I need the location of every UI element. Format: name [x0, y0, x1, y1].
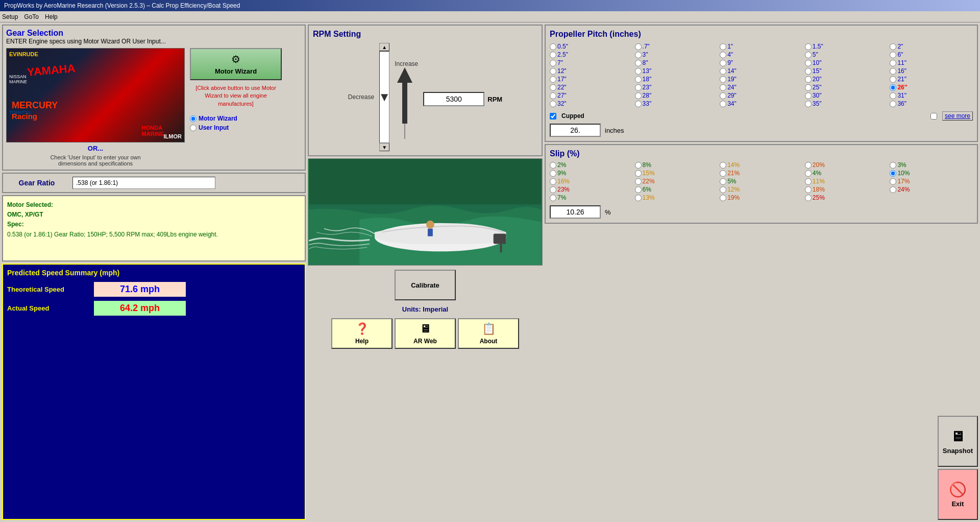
slip-radio-14[interactable] [720, 162, 726, 169]
slip-radio-12[interactable] [720, 186, 726, 193]
pitch-radio-14[interactable] [720, 68, 726, 75]
pitch-radio-20[interactable] [805, 76, 812, 83]
pitch-radio-23[interactable] [635, 84, 642, 91]
ar-web-button[interactable]: 🖥 AR Web [395, 318, 456, 349]
menu-goto[interactable]: GoTo [24, 13, 39, 20]
pitch-item-12: 12" [550, 67, 633, 75]
slip-radio-6[interactable] [635, 186, 642, 193]
pitch-radio-3[interactable] [635, 52, 642, 58]
pitch-radio-16[interactable] [890, 68, 896, 75]
calibrate-button[interactable]: Calibrate [395, 270, 456, 300]
pitch-radio-33[interactable] [635, 101, 642, 107]
pitch-radio-10[interactable] [805, 60, 812, 66]
slip-radio-4[interactable] [805, 170, 812, 177]
pitch-radio-34[interactable] [720, 101, 726, 107]
pitch-radio-5[interactable] [805, 52, 812, 58]
radio-user-input[interactable] [190, 125, 197, 131]
pitch-radio-1.5[interactable] [805, 43, 812, 50]
rpm-down-button[interactable]: ▼ [379, 143, 389, 151]
slip-radio-20[interactable] [805, 162, 812, 169]
pitch-radio-21[interactable] [890, 76, 896, 83]
pitch-radio-26[interactable] [890, 84, 896, 91]
pitch-radio-4[interactable] [720, 52, 726, 58]
pitch-radio-2.5[interactable] [550, 52, 556, 58]
slip-radio-17[interactable] [890, 178, 896, 185]
slip-radio-22[interactable] [635, 178, 642, 185]
menu-help[interactable]: Help [45, 13, 58, 20]
pitch-radio-25[interactable] [805, 84, 812, 91]
slip-radio-23[interactable] [550, 186, 556, 193]
pitch-label-26-selected[interactable]: 26" [897, 84, 907, 91]
slip-radio-13[interactable] [635, 195, 642, 201]
slip-radio-18[interactable] [805, 186, 812, 193]
slip-radio-15[interactable] [635, 170, 642, 177]
slip-radio-19[interactable] [720, 195, 726, 201]
slip-radio-3[interactable] [890, 162, 896, 169]
pitch-radio-15[interactable] [805, 68, 812, 75]
pitch-value-input[interactable] [550, 124, 601, 137]
help-button[interactable]: ❓ Help [331, 318, 393, 349]
pitch-radio-0.5[interactable] [550, 43, 556, 50]
rpm-input-row: RPM [423, 92, 502, 106]
slip-radio-16[interactable] [550, 178, 556, 185]
see-more-button[interactable]: see more [942, 111, 973, 121]
pitch-radio-8[interactable] [635, 60, 642, 66]
pitch-radio-35[interactable] [805, 101, 812, 107]
cupped-checkbox[interactable] [550, 113, 556, 120]
pitch-label-0.5[interactable]: 0.5" [557, 43, 568, 50]
rpm-up-button[interactable]: ▲ [379, 43, 389, 51]
pitch-radio-32[interactable] [550, 101, 556, 107]
slip-radio-25[interactable] [805, 195, 812, 201]
slip-value-input[interactable] [550, 205, 601, 219]
pitch-radio-7[interactable] [550, 60, 556, 66]
pitch-label-2[interactable]: 2" [897, 43, 903, 50]
pitch-radio-11[interactable] [890, 60, 896, 66]
slip-radio-24[interactable] [890, 186, 896, 193]
radio-motor-wizard[interactable] [190, 115, 197, 122]
slip-radio-21[interactable] [720, 170, 726, 177]
gear-ratio-input[interactable] [72, 177, 215, 189]
slip-radio-7[interactable] [550, 195, 556, 201]
svg-point-5 [426, 221, 434, 229]
about-button[interactable]: 📋 About [458, 318, 519, 349]
see-more-checkbox[interactable] [930, 113, 937, 120]
rpm-slider-track[interactable]: ▼ [379, 51, 389, 143]
slip-radio-10[interactable] [890, 170, 896, 177]
rpm-input[interactable] [423, 92, 484, 106]
pitch-label-0.7[interactable]: .7" [643, 43, 650, 50]
pitch-radio-30[interactable] [805, 92, 812, 99]
pitch-radio-19[interactable] [720, 76, 726, 83]
pitch-radio-1[interactable] [720, 43, 726, 50]
slip-radio-2[interactable] [550, 162, 556, 169]
pitch-radio-9[interactable] [720, 60, 726, 66]
pitch-radio-36[interactable] [890, 101, 896, 107]
pitch-label-1.5[interactable]: 1.5" [813, 43, 823, 50]
menu-setup[interactable]: Setup [2, 13, 18, 20]
motor-wizard-button[interactable]: ⚙ Motor Wizard [190, 48, 282, 80]
pitch-radio-28[interactable] [635, 92, 642, 99]
pitch-radio-0.7[interactable] [635, 43, 642, 50]
snapshot-button[interactable]: 🖥 Snapshot [938, 416, 978, 467]
radio-motor-wizard-label[interactable]: Motor Wizard [199, 115, 237, 122]
pitch-radio-2[interactable] [890, 43, 896, 50]
slip-radio-9[interactable] [550, 170, 556, 177]
exit-button[interactable]: 🚫 Exit [938, 469, 978, 520]
slip-item-3: 3% [890, 161, 973, 169]
cupped-label[interactable]: Cupped [561, 112, 584, 120]
pitch-radio-24[interactable] [720, 84, 726, 91]
pitch-radio-18[interactable] [635, 76, 642, 83]
pitch-radio-12[interactable] [550, 68, 556, 75]
slip-radio-11[interactable] [805, 178, 812, 185]
pitch-radio-22[interactable] [550, 84, 556, 91]
slip-radio-8[interactable] [635, 162, 642, 169]
pitch-radio-27[interactable] [550, 92, 556, 99]
radio-user-input-label[interactable]: User Input [199, 124, 229, 131]
slip-radio-5[interactable] [720, 178, 726, 185]
pitch-radio-13[interactable] [635, 68, 642, 75]
pitch-item-21: 21" [890, 76, 973, 83]
pitch-radio-29[interactable] [720, 92, 726, 99]
pitch-radio-6[interactable] [890, 52, 896, 58]
pitch-label-1[interactable]: 1" [727, 43, 733, 50]
pitch-radio-17[interactable] [550, 76, 556, 83]
pitch-radio-31[interactable] [890, 92, 896, 99]
